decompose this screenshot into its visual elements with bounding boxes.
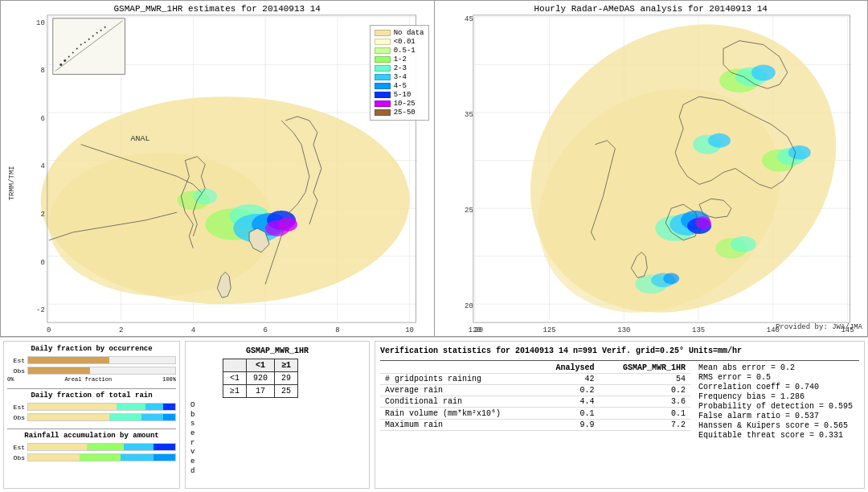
legend-3-4: 3-4	[375, 73, 424, 81]
rain-obs-multibar	[28, 414, 175, 420]
legend-10-25: 10-25	[375, 100, 424, 108]
svg-text:0: 0	[40, 259, 44, 267]
svg-text:0: 0	[47, 326, 51, 334]
table-row: Rain volume (mm*km²x10⁶) 0.1 0.1	[380, 408, 690, 420]
svg-text:6: 6	[263, 326, 267, 334]
svg-point-26	[92, 35, 94, 37]
svg-point-83	[695, 216, 711, 229]
occurrence-obs-row: Obs	[7, 366, 176, 375]
rain-obs-seg1	[28, 414, 109, 420]
svg-text:25: 25	[465, 207, 473, 215]
svg-point-36	[278, 217, 297, 232]
table-row: # gridpoints raining 42 54	[380, 374, 690, 385]
left-map-panel: GSMAP_MWR_1HR estimates for 20140913 14	[0, 0, 434, 337]
svg-point-23	[80, 44, 82, 46]
occurrence-est-row: Est	[7, 355, 176, 365]
rain-obs-label: Obs	[7, 414, 25, 421]
rain-est-seg2	[117, 404, 146, 410]
legend-5-10: 5-10	[375, 91, 424, 99]
axis-label: Areal fraction	[64, 376, 112, 383]
rain-est-seg3	[145, 404, 163, 410]
svg-text:2: 2	[40, 211, 44, 219]
svg-point-27	[96, 32, 98, 34]
daily-rain-title: Daily fraction of total rain	[7, 392, 176, 400]
verif-analysed-2: 4.4	[538, 396, 600, 408]
svg-text:2: 2	[119, 326, 123, 334]
legend-nodata: No data	[375, 29, 424, 37]
verif-analysed-0: 42	[538, 374, 600, 385]
main-container: GSMAP_MWR_1HR estimates for 20140913 14	[0, 0, 868, 492]
table-row: Maximum rain 9.9 7.2	[380, 420, 690, 431]
legend-25-50: 25-50	[375, 109, 424, 117]
cont-table-area: <1 ≥1 <1 920 29 ≥1	[190, 359, 364, 398]
acc-obs-multibar	[28, 454, 175, 461]
svg-point-73	[751, 64, 775, 80]
verif-gsmap-0: 54	[599, 374, 690, 385]
metric-1: RMS error = 0.5	[698, 373, 859, 382]
chart-divider-1	[7, 388, 176, 389]
table-row: Average rain 0.2 0.2	[380, 385, 690, 396]
metric-6: Hanssen & Kuipers score = 0.565	[698, 421, 859, 430]
verif-gsmap-3: 0.1	[599, 408, 690, 420]
rain-obs-track	[27, 413, 176, 421]
svg-rect-16	[53, 18, 125, 75]
svg-point-29	[104, 27, 106, 28]
metric-2: Correlation coeff = 0.740	[698, 383, 859, 392]
verif-analysed-1: 0.2	[538, 385, 600, 396]
svg-text:-2: -2	[36, 306, 45, 314]
verif-divider	[380, 360, 859, 361]
legend-1-2: 1-2	[375, 55, 424, 64]
svg-text:8: 8	[335, 326, 339, 334]
svg-text:125: 125	[542, 326, 555, 334]
charts-panel: Daily fraction by occurrence Est Obs 0%	[3, 341, 180, 489]
occurrence-obs-fill	[28, 367, 90, 374]
occurrence-est-track	[27, 356, 176, 364]
cell-11: 920	[247, 372, 275, 385]
rain-est-row: Est	[7, 402, 176, 412]
svg-text:ANAL: ANAL	[131, 134, 150, 143]
metric-3: Frequency bias = 1.286	[698, 392, 859, 401]
verif-title: Verification statistics for 20140913 14 …	[380, 346, 859, 355]
rain-est-label: Est	[7, 404, 25, 411]
legend: No data <0.01 0.5-1 1-2 2-3	[370, 25, 429, 121]
table-row: Conditional rain 4.4 3.6	[380, 396, 690, 408]
legend-4-5: 4-5	[375, 82, 424, 90]
verif-label-2: Conditional rain	[380, 396, 538, 408]
verif-content: Analysed GSMAP_MWR_1HR # gridpoints rain…	[380, 363, 859, 483]
svg-text:4: 4	[40, 163, 44, 171]
acc-obs-row: Obs	[7, 453, 176, 462]
verif-gsmap-4: 7.2	[599, 420, 690, 431]
cell-22: 25	[275, 385, 298, 398]
occurrence-chart: Est Obs 0% Areal fraction 100%	[7, 355, 176, 383]
svg-text:10: 10	[36, 19, 45, 27]
svg-point-28	[100, 30, 102, 31]
row-lt1-label: <1	[223, 372, 247, 385]
svg-point-22	[76, 48, 78, 50]
svg-point-85	[730, 236, 755, 252]
svg-point-19	[63, 59, 66, 62]
contingency-panel: GSMAP_MWR_1HR <1 ≥1	[185, 341, 370, 489]
svg-text:4: 4	[191, 326, 195, 334]
row-ge1-label: ≥1	[223, 385, 247, 398]
axis-100: 100%	[162, 376, 176, 383]
contingency-title: GSMAP_MWR_1HR	[190, 346, 364, 355]
verif-gsmap-2: 3.6	[599, 396, 690, 408]
svg-text:35: 35	[465, 111, 473, 119]
svg-text:10: 10	[405, 326, 414, 334]
svg-point-75	[708, 133, 731, 148]
svg-text:45: 45	[465, 15, 473, 23]
acc-est-row: Est	[7, 442, 176, 452]
occurrence-est-label: Est	[7, 357, 25, 364]
right-map-panel: Hourly Radar-AMeDAS analysis for 2014091…	[434, 0, 869, 337]
rain-obs-row: Obs	[7, 412, 176, 422]
rain-obs-seg4	[163, 414, 175, 420]
occurrence-obs-track	[27, 367, 176, 375]
verif-label-1: Average rain	[380, 385, 538, 396]
acc-est-label: Est	[7, 444, 25, 451]
right-map-title: Hourly Radar-AMeDAS analysis for 2014091…	[435, 4, 868, 14]
bottom-row: Daily fraction by occurrence Est Obs 0%	[0, 338, 868, 492]
svg-text:20: 20	[465, 302, 473, 310]
svg-point-21	[72, 52, 74, 54]
col-lt1-header: <1	[247, 359, 275, 372]
metric-0: Mean abs error = 0.2	[698, 363, 859, 372]
